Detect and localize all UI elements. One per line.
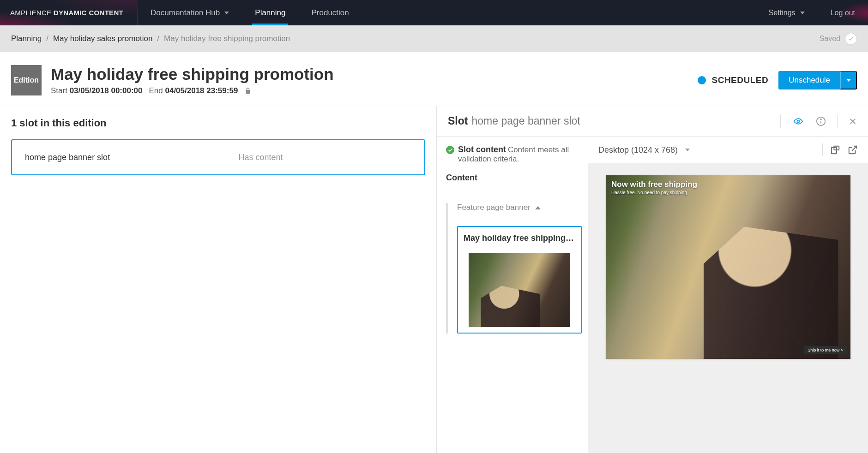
divider — [837, 114, 838, 128]
close-icon[interactable] — [849, 117, 857, 125]
svg-line-8 — [852, 146, 856, 151]
chevron-down-icon — [846, 79, 851, 82]
slot-content-column: Slot content Content meets all validatio… — [437, 137, 588, 453]
content-heading: Content — [446, 173, 579, 183]
top-navigation: AMPLIENCE DYNAMIC CONTENT Documentation … — [0, 0, 868, 25]
nav-items-left: Documentation Hub Planning Production — [138, 0, 362, 25]
slot-header-name: home page banner slot — [471, 115, 580, 127]
slot-content-status-title: Slot content — [458, 145, 506, 154]
device-select-label: Desktop (1024 x 768) — [598, 145, 678, 155]
breadcrumb-current: May holiday free shipping promotion — [164, 34, 290, 43]
brand-thin: AMPLIENCE — [10, 9, 51, 17]
preview-overlay-title: Now with free shipping — [611, 180, 697, 189]
chevron-up-icon — [535, 206, 541, 209]
lock-icon — [244, 87, 252, 95]
brand-text: AMPLIENCE DYNAMIC CONTENT — [10, 9, 123, 17]
slot-header-label: Slot — [448, 115, 468, 127]
rotate-icon[interactable] — [830, 145, 840, 155]
chevron-down-icon — [685, 149, 690, 151]
open-external-icon[interactable] — [848, 145, 858, 155]
end-value: 04/05/2018 23:59:59 — [165, 86, 238, 95]
nav-logout[interactable]: Log out — [818, 0, 868, 25]
info-icon[interactable] — [816, 116, 826, 126]
nav-production-label: Production — [311, 8, 349, 18]
preview-eye-icon[interactable] — [792, 117, 805, 126]
content-card-thumbnail — [469, 253, 570, 327]
preview-pane: Desktop (1024 x 768) Now with free shipp… — [588, 137, 868, 453]
nav-logout-label: Log out — [831, 9, 855, 17]
edition-dates: Start 03/05/2018 00:00:00 End 04/05/2018… — [51, 86, 334, 95]
breadcrumb-planning[interactable]: Planning — [11, 34, 42, 43]
unschedule-button[interactable]: Unschedule — [778, 71, 840, 89]
divider — [822, 143, 823, 156]
status-text: SCHEDULED — [711, 75, 768, 85]
slot-row[interactable]: home page banner slot Has content — [11, 139, 425, 175]
edition-header: Edition May holiday free shipping promot… — [0, 52, 868, 106]
end-label: End — [149, 86, 163, 95]
breadcrumb-bar: Planning / May holiday sales promotion /… — [0, 25, 868, 52]
edition-badge: Edition — [11, 65, 42, 95]
svg-point-0 — [797, 120, 800, 122]
content-card-title: May holiday free shipping b… — [464, 233, 575, 243]
nav-production[interactable]: Production — [298, 0, 362, 25]
slot-content-status: Slot content Content meets all validatio… — [446, 145, 579, 164]
slots-heading: 1 slot in this edition — [11, 117, 425, 129]
edition-title: May holiday free shipping promotion — [51, 65, 334, 83]
preview-toolbar: Desktop (1024 x 768) — [588, 137, 868, 163]
accordion-title: Feature page banner — [457, 203, 530, 212]
brand-bold: DYNAMIC CONTENT — [54, 9, 123, 17]
saved-check-icon — [845, 33, 857, 45]
breadcrumb-sep: / — [46, 34, 48, 43]
status-dot-icon — [698, 76, 706, 84]
device-select[interactable]: Desktop (1024 x 768) — [598, 145, 690, 155]
main-content: 1 slot in this edition home page banner … — [0, 106, 868, 453]
nav-planning[interactable]: Planning — [242, 0, 298, 25]
divider — [780, 114, 781, 128]
content-card[interactable]: May holiday free shipping b… — [457, 226, 582, 334]
nav-doc-hub-label: Documentation Hub — [151, 8, 220, 18]
preview-overlay-sub: Hassle free. No need to pay shipping. — [611, 190, 688, 195]
slots-pane: 1 slot in this edition home page banner … — [0, 106, 437, 453]
nav-settings-label: Settings — [769, 9, 796, 17]
nav-planning-label: Planning — [255, 8, 285, 18]
edition-info: May holiday free shipping promotion Star… — [51, 65, 334, 95]
chevron-down-icon — [224, 12, 229, 14]
saved-label: Saved — [820, 35, 840, 43]
breadcrumb-event[interactable]: May holiday sales promotion — [53, 34, 152, 43]
start-label: Start — [51, 86, 67, 95]
preview-image: Now with free shipping Hassle free. No n… — [606, 175, 850, 359]
start-value: 03/05/2018 00:00:00 — [70, 86, 143, 95]
nav-settings[interactable]: Settings — [756, 0, 818, 25]
slot-detail-pane: Slot home page banner slot — [437, 106, 868, 453]
check-circle-icon — [446, 146, 454, 154]
content-accordion: Feature page banner May holiday free shi… — [446, 203, 579, 334]
slot-header-actions — [780, 114, 857, 128]
slot-header: Slot home page banner slot — [437, 106, 868, 137]
slot-name: home page banner slot — [25, 153, 110, 162]
preview-cta: Ship it to me now > — [804, 346, 847, 354]
svg-point-3 — [820, 119, 821, 119]
accordion-header[interactable]: Feature page banner — [457, 203, 579, 212]
unschedule-dropdown[interactable] — [840, 71, 857, 89]
breadcrumb-sep: / — [157, 34, 159, 43]
preview-canvas: Now with free shipping Hassle free. No n… — [588, 163, 868, 453]
unschedule-button-group: Unschedule — [778, 71, 857, 89]
nav-items-right: Settings Log out — [756, 0, 868, 25]
slot-body: Slot content Content meets all validatio… — [437, 137, 868, 453]
chevron-down-icon — [800, 12, 805, 14]
status-pill: SCHEDULED — [698, 75, 768, 85]
brand: AMPLIENCE DYNAMIC CONTENT — [0, 0, 138, 25]
edition-status-actions: SCHEDULED Unschedule — [698, 71, 857, 89]
slot-status: Has content — [239, 153, 283, 162]
nav-doc-hub[interactable]: Documentation Hub — [138, 0, 242, 25]
